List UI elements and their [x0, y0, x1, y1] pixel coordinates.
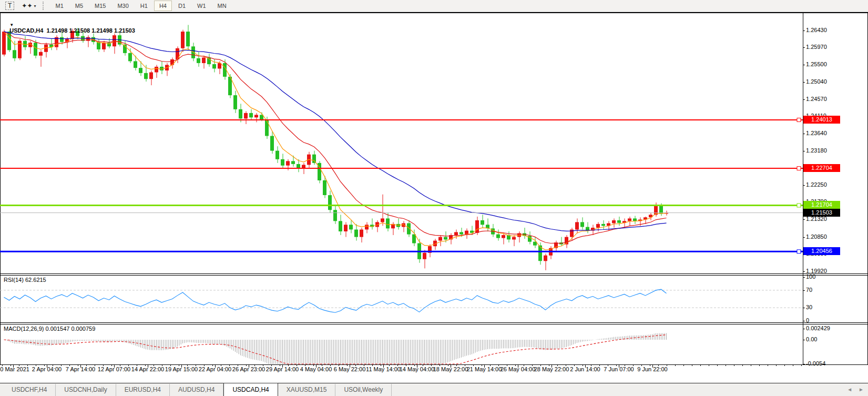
chart-tab-USDCHF-H4[interactable]: USDCHF,H4	[3, 384, 56, 396]
price-axis-tick	[803, 65, 805, 65]
line-handle	[797, 250, 801, 253]
candle-body	[97, 42, 100, 49]
pointer-tool-button[interactable]: ✦✦ ▾	[19, 2, 38, 10]
candle-body	[134, 61, 137, 68]
line-handle	[797, 118, 801, 122]
candle-body	[170, 59, 174, 65]
timeframe-button-MN[interactable]: MN	[212, 1, 232, 11]
tab-scroll-arrows: ◄ ►	[847, 387, 864, 392]
candle-body	[181, 32, 185, 48]
toolbar-grip	[43, 2, 45, 10]
time-axis-minor-tick	[700, 365, 701, 366]
candle-body	[102, 43, 106, 49]
time-axis-label: 14 May 04:00	[400, 366, 435, 372]
tab-scroll-left-icon[interactable]: ◄	[847, 387, 852, 392]
time-axis-label: 18 May 22:00	[433, 366, 468, 372]
ohlc-low: 1.21498	[91, 27, 113, 34]
rsi-axis-label: 0	[806, 317, 809, 323]
macd-axis-label: 0.002429	[806, 325, 830, 331]
chart-tabs: USDCHF,H4USDCNH,DailyEURUSD,H4AUDUSD,H4U…	[3, 384, 392, 396]
time-axis-label: 2 Apr 04:00	[32, 366, 62, 372]
candle-body	[34, 43, 37, 56]
time-axis-label: 26 Apr 23:00	[232, 366, 265, 372]
rsi-indicator-canvas[interactable]	[0, 276, 803, 322]
time-axis-label: 7 Apr 14:00	[66, 366, 95, 372]
candle-body	[265, 120, 269, 136]
time-axis-minor-tick	[692, 365, 692, 366]
price-axis-label: 1.23640	[806, 130, 827, 136]
candle-body	[454, 232, 458, 235]
time-axis-minor-tick	[776, 365, 777, 366]
chart-tab-USDCAD-H4[interactable]: USDCAD,H4	[223, 383, 278, 396]
timeframe-button-H4[interactable]: H4	[154, 1, 172, 11]
candle-body	[339, 221, 342, 231]
collapse-triangle-icon[interactable]: ▼	[9, 23, 14, 27]
candle-body	[249, 113, 253, 117]
price-axis-line	[803, 13, 803, 364]
text-tool-button[interactable]: T	[3, 1, 17, 11]
candle-body	[212, 64, 216, 68]
time-axis-minor-tick	[742, 365, 743, 366]
timeframe-button-W1[interactable]: W1	[192, 1, 211, 11]
chart-tab-XAUUSD-M15[interactable]: XAUUSD,M15	[278, 384, 336, 396]
candle-body	[601, 224, 605, 226]
chart-tab-USDCNH-Daily[interactable]: USDCNH,Daily	[56, 384, 116, 396]
panel-separator	[0, 324, 868, 324]
diamond-arrows-icon: ✦✦	[22, 2, 32, 9]
tab-scroll-right-icon[interactable]: ►	[859, 387, 864, 392]
candle-body	[286, 161, 290, 165]
main-chart-canvas[interactable]	[0, 13, 803, 273]
price-badge: 1.20456	[803, 247, 840, 255]
ohlc-open: 1.21498	[47, 27, 68, 34]
rsi-axis-label: 30	[806, 304, 812, 310]
time-axis-label: 26 May 04:00	[501, 366, 536, 372]
timeframe-button-M30[interactable]: M30	[112, 1, 134, 11]
time-axis-minor-tick	[768, 365, 768, 366]
candle-body	[381, 218, 384, 222]
chart-tab-AUDUSD-H4[interactable]: AUDUSD,H4	[170, 384, 223, 396]
candle-body	[354, 230, 358, 237]
candle-body	[544, 256, 547, 261]
macd-axis-label: 0.00	[806, 336, 817, 342]
price-axis-tick	[803, 134, 805, 134]
timeframe-button-M15[interactable]: M15	[89, 1, 111, 11]
time-axis-label: 30 Mar 2021	[0, 366, 29, 372]
candle-body	[197, 58, 200, 63]
line-handle	[797, 167, 801, 170]
candle-body	[333, 210, 337, 221]
candle-body	[654, 205, 658, 215]
candle-body	[344, 225, 348, 231]
price-axis-tick	[803, 185, 805, 186]
time-axis-label: 2 Jun 14:00	[570, 366, 600, 372]
candle-body	[239, 109, 242, 119]
price-axis-label: 1.22250	[806, 181, 827, 188]
timeframe-button-H1[interactable]: H1	[135, 1, 153, 11]
candle-body	[512, 237, 516, 240]
rsi-axis-tick	[803, 321, 805, 321]
time-axis-minor-tick	[793, 365, 793, 366]
time-axis-minor-tick	[734, 365, 734, 366]
macd-indicator-canvas[interactable]	[0, 324, 803, 364]
panel-separator[interactable]	[0, 322, 868, 323]
candle-body	[144, 73, 148, 79]
panel-separator[interactable]	[0, 273, 868, 274]
price-axis-label: 1.25500	[806, 61, 827, 67]
rsi-axis-tick	[803, 290, 805, 291]
candle-body	[459, 232, 463, 234]
timeframe-button-D1[interactable]: D1	[173, 1, 191, 11]
candle-body	[349, 225, 353, 229]
timeframe-button-M1[interactable]: M1	[50, 1, 68, 11]
macd-axis-tick	[803, 329, 805, 329]
price-badge: 1.21704	[803, 201, 840, 209]
candle-body	[502, 235, 505, 238]
candle-body	[475, 220, 479, 233]
time-axis-label: 14 Apr 22:00	[131, 366, 164, 372]
chart-symbol: USDCAD,H4	[9, 27, 43, 34]
chart-tab-EURUSD-H4[interactable]: EURUSD,H4	[116, 384, 170, 396]
candle-body	[139, 68, 142, 73]
chart-tab-USOil-Weekly[interactable]: USOil,Weekly	[335, 384, 392, 396]
timeframe-button-M5[interactable]: M5	[70, 1, 88, 11]
price-axis-label: 1.26430	[806, 27, 827, 33]
candle-body	[13, 50, 16, 58]
candle-body	[617, 220, 621, 223]
